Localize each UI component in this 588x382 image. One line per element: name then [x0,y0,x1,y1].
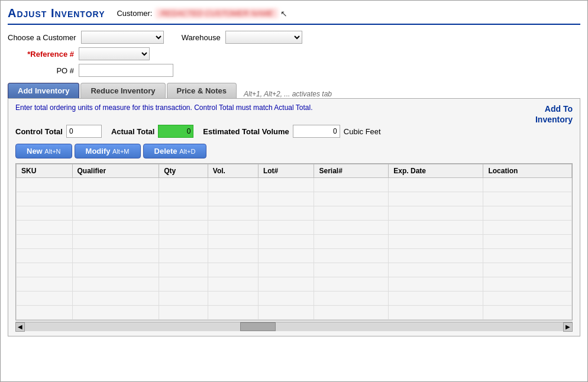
actual-total-display: 0 [158,125,193,138]
table-header-row: SKU Qualifier Qty Vol. Lot# Serial# Exp.… [17,164,572,178]
header: Adjust Inventory Customer: REDACTED CUST… [8,7,580,25]
control-total-label: Control Total [15,127,63,136]
table-row [17,263,572,277]
horizontal-scrollbar[interactable]: ◀ ▶ [15,322,573,331]
table-row [17,292,572,306]
customer-value: REDACTED CUSTOMER NAME [156,8,277,18]
tab-add-inventory[interactable]: Add Inventory [8,83,79,98]
col-qualifier: Qualifier [72,164,159,178]
scroll-left-arrow[interactable]: ◀ [15,322,25,332]
po-label: PO # [8,66,79,75]
add-to-inventory-button[interactable]: Add To Inventory [535,103,573,125]
reference-dropdown-wrapper [79,47,150,60]
modify-button[interactable]: Modify Alt+M [75,144,141,158]
warehouse-label: Warehouse [182,33,221,42]
reference-row: *Reference # [8,47,580,60]
customer-label: Customer: [117,9,152,18]
cubic-feet-label: Cubic Feet [344,127,381,136]
scroll-track[interactable] [25,322,563,331]
tab-reduce-inventory[interactable]: Reduce Inventory [80,83,165,98]
reference-label: *Reference # [8,50,79,59]
customer-select[interactable] [81,31,164,44]
customer-warehouse-row: Choose a Customer Warehouse [8,31,580,44]
action-buttons: New Alt+N Modify Alt+M Delete Alt+D [15,144,573,158]
table-row [17,178,572,192]
inventory-table-container: SKU Qualifier Qty Vol. Lot# Serial# Exp.… [15,163,573,321]
tabs-container: Add Inventory Reduce Inventory Price & N… [8,83,580,98]
reference-select[interactable] [79,47,150,60]
choose-customer-label: Choose a Customer [8,33,81,42]
col-lot: Lot# [258,164,314,178]
scroll-right-arrow[interactable]: ▶ [563,322,573,332]
inventory-table: SKU Qualifier Qty Vol. Lot# Serial# Exp.… [16,164,572,320]
col-vol: Vol. [208,164,258,178]
table-row [17,221,572,235]
col-sku: SKU [17,164,73,178]
col-serial: Serial# [314,164,389,178]
main-container: Adjust Inventory Customer: REDACTED CUST… [0,0,588,382]
control-total-input[interactable] [66,125,102,138]
new-button[interactable]: New Alt+N [15,144,72,158]
table-row [17,277,572,292]
table-row [17,235,572,249]
form-area: Choose a Customer Warehouse *Reference # [8,31,580,77]
tab-panel: Enter total ordering units of measure fo… [8,98,580,336]
table-row [17,249,572,263]
po-row: PO # [8,64,580,77]
info-text: Enter total ordering units of measure fo… [15,103,312,112]
table-row [17,206,572,221]
actual-total-label: Actual Total [111,127,154,136]
col-location: Location [483,164,572,178]
col-exp-date: Exp. Date [389,164,483,178]
table-row [17,306,572,320]
est-total-label: Estimated Total Volume [203,127,289,136]
tab-price-notes[interactable]: Price & Notes [167,83,237,98]
cursor-icon: ↖ [280,9,287,18]
table-row [17,192,572,206]
tab-hint: Alt+1, Alt+2, ... activates tab [244,90,332,98]
warehouse-select[interactable] [225,31,302,44]
est-total-input[interactable] [293,125,340,138]
scroll-thumb[interactable] [240,322,276,331]
col-qty: Qty [159,164,208,178]
delete-button[interactable]: Delete Alt+D [143,144,207,158]
customer-dropdown-wrapper [81,31,164,44]
warehouse-section: Warehouse [182,31,302,44]
control-row: Control Total Actual Total 0 Estimated T… [15,125,573,138]
po-input[interactable] [79,64,173,77]
page-title: Adjust Inventory [8,7,105,20]
